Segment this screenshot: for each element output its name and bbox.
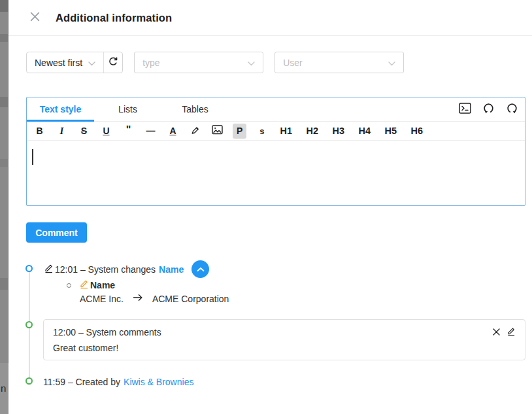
text-caret [32, 149, 33, 165]
editor-tab-actions [459, 97, 525, 121]
redo-button[interactable] [506, 103, 518, 116]
close-icon [29, 11, 41, 25]
formatting-toolbar: B I S U " — A [27, 122, 525, 141]
sort-dropdown[interactable]: Newest first [27, 52, 103, 73]
timeline-bullet-change [25, 265, 33, 272]
tab-lists[interactable]: Lists [94, 97, 161, 121]
close-panel-button[interactable] [28, 11, 41, 24]
editor-tabs: Text style Lists Tables [27, 97, 525, 122]
tab-text-style[interactable]: Text style [27, 97, 94, 121]
sort-group: Newest first [26, 52, 123, 73]
redo-icon [507, 103, 518, 116]
edit-pencil-icon [44, 263, 54, 275]
filter-row: Newest first type User [26, 52, 404, 73]
refresh-button[interactable] [103, 52, 122, 73]
dimmed-background-page: n [0, 0, 8, 414]
horizontal-rule-button[interactable]: — [144, 124, 158, 139]
image-icon [212, 125, 223, 137]
close-icon [493, 326, 500, 338]
small-text-button[interactable]: s [255, 124, 269, 139]
edit-comment-button[interactable] [506, 327, 516, 337]
chevron-down-icon [248, 57, 255, 69]
sub-bullet [67, 283, 71, 288]
bold-button[interactable]: B [33, 124, 46, 139]
underline-button[interactable]: U [99, 124, 113, 139]
heading3-button[interactable]: H3 [329, 124, 347, 139]
changed-field-link[interactable]: Name [159, 264, 184, 275]
arrow-right-icon [133, 293, 143, 304]
backdrop-cut-text: n [1, 383, 6, 394]
user-filter-select[interactable]: User [274, 52, 404, 73]
insert-image-button[interactable] [210, 124, 224, 139]
strikethrough-button[interactable]: S [77, 124, 91, 139]
backdrop-band [0, 34, 8, 42]
editor-content-area[interactable] [27, 141, 525, 205]
old-value: ACME Inc. [80, 294, 124, 304]
edit-pencil-orange-icon [79, 279, 89, 292]
highlighter-button[interactable] [188, 124, 202, 139]
created-event-label: 11:59 – Created by [43, 377, 120, 387]
new-value: ACME Corporation [152, 294, 229, 304]
chevron-down-icon [388, 57, 395, 69]
panel-header: Additional information [8, 0, 532, 36]
changed-field-name: Name [90, 280, 115, 290]
delete-comment-button[interactable] [491, 327, 501, 337]
comment-card: 12:00 – System comments Great customer! [43, 319, 525, 360]
source-code-button[interactable] [459, 103, 471, 116]
tab-tables[interactable]: Tables [161, 97, 229, 121]
comment-card-body: Great customer! [53, 343, 516, 353]
change-event-label: 12:01 – System changes [55, 264, 156, 275]
comment-editor: Text style Lists Tables [26, 97, 525, 206]
change-detail-row: Name [67, 279, 115, 292]
timeline-bullet-comment [25, 321, 33, 328]
heading6-button[interactable]: H6 [408, 124, 425, 139]
comment-card-title: 12:00 – System comments [53, 327, 516, 337]
comment-card-actions [491, 327, 516, 337]
edit-pencil-icon [507, 326, 516, 339]
type-filter-placeholder: type [142, 58, 248, 68]
tab-label: Text style [40, 104, 82, 114]
tab-label: Lists [118, 104, 137, 114]
terminal-icon [459, 103, 471, 116]
created-by-link[interactable]: Kiwis & Brownies [124, 377, 193, 387]
change-values-row: ACME Inc. ACME Corporation [80, 293, 229, 304]
chevron-up-icon [197, 264, 205, 274]
highlighter-icon [190, 125, 201, 137]
backdrop-band [0, 97, 8, 107]
undo-button[interactable] [482, 103, 495, 116]
page-title: Additional information [56, 12, 172, 24]
type-filter-select[interactable]: type [134, 52, 263, 73]
heading5-button[interactable]: H5 [382, 124, 399, 139]
sort-dropdown-value: Newest first [35, 58, 82, 68]
heading2-button[interactable]: H2 [303, 124, 321, 139]
timeline-bullet-created [25, 377, 33, 385]
user-filter-placeholder: User [283, 58, 388, 68]
text-color-button[interactable]: A [166, 124, 180, 139]
backdrop-band [0, 0, 8, 12]
heading4-button[interactable]: H4 [356, 124, 373, 139]
undo-icon [483, 103, 494, 116]
timeline-item-created: 11:59 – Created by Kiwis & Brownies [43, 377, 193, 387]
italic-button[interactable]: I [55, 124, 69, 139]
chevron-down-icon [88, 58, 95, 68]
backdrop-band [0, 278, 8, 290]
backdrop-band [0, 159, 8, 167]
timeline-item-change: 12:01 – System changes Name [44, 260, 209, 278]
comment-submit-button[interactable]: Comment [26, 222, 87, 243]
heading1-button[interactable]: H1 [277, 124, 295, 139]
blockquote-button[interactable]: " [122, 124, 135, 139]
additional-information-panel: Additional information Newest first t [8, 0, 532, 414]
paragraph-style-button[interactable]: P [233, 124, 246, 139]
collapse-details-button[interactable] [191, 260, 209, 278]
tab-label: Tables [182, 104, 208, 114]
refresh-icon [108, 56, 118, 69]
